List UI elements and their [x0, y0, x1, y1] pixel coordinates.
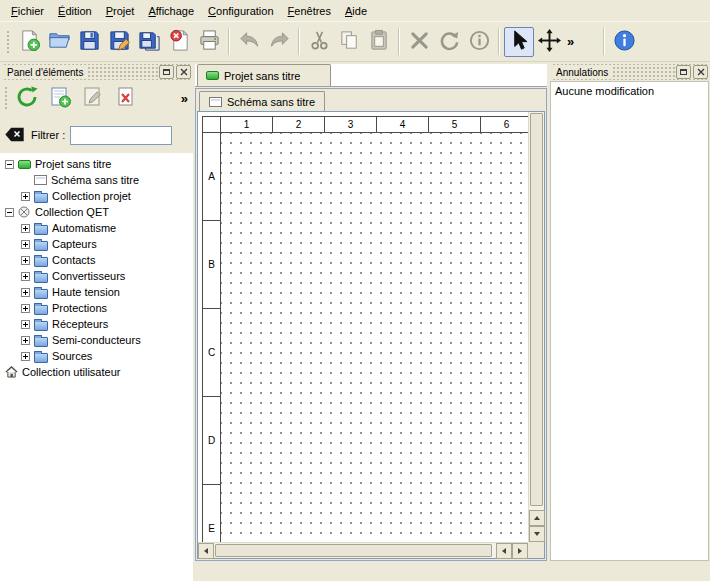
- tree-item-collection-projet[interactable]: Collection projet: [0, 188, 193, 204]
- save-all-button[interactable]: [134, 27, 164, 57]
- menu-item-configuration[interactable]: Configuration: [201, 1, 280, 21]
- tree-item-projet-sans-titre[interactable]: Projet sans titre: [0, 156, 193, 172]
- scroll-up-button[interactable]: [529, 510, 545, 526]
- tree-item-collection-utilisateur[interactable]: Collection utilisateur: [0, 364, 193, 380]
- tree-item-protections[interactable]: Protections: [0, 300, 193, 316]
- about-button[interactable]: [609, 27, 639, 57]
- horizontal-scrollbar-thumb[interactable]: [215, 544, 492, 557]
- tree-item-haute-tension[interactable]: Haute tension: [0, 284, 193, 300]
- element-info-icon: [468, 29, 491, 54]
- new-element-button[interactable]: [45, 83, 75, 113]
- expand-expander-icon[interactable]: [21, 240, 30, 249]
- float-dock-button[interactable]: [676, 65, 691, 79]
- tree-item-label: Schéma sans titre: [51, 174, 139, 186]
- tree-item-sources[interactable]: Sources: [0, 348, 193, 364]
- expand-expander-icon[interactable]: [21, 192, 30, 201]
- tree-item-capteurs[interactable]: Capteurs: [0, 236, 193, 252]
- expand-expander-icon[interactable]: [21, 352, 30, 361]
- paste-button[interactable]: [364, 27, 394, 57]
- delete-element-button[interactable]: [111, 83, 141, 113]
- tree-item-convertisseurs[interactable]: Convertisseurs: [0, 268, 193, 284]
- save-button[interactable]: [74, 27, 104, 57]
- diagram-canvas[interactable]: [221, 133, 528, 542]
- print-button[interactable]: [194, 27, 224, 57]
- reload-collections-button[interactable]: [12, 83, 42, 113]
- tree-item-semi-conducteurs[interactable]: Semi-conducteurs: [0, 332, 193, 348]
- menu-item-affichage[interactable]: Affichage: [141, 1, 201, 21]
- expand-expander-icon[interactable]: [21, 256, 30, 265]
- toolbar-overflow-button[interactable]: »: [564, 34, 577, 49]
- menu-item-fenetres[interactable]: Fenêtres: [281, 1, 338, 21]
- tab-schema-sans-titre[interactable]: Schéma sans titre: [199, 91, 325, 111]
- tree-item-recepteurs[interactable]: Récepteurs: [0, 316, 193, 332]
- vertical-scrollbar-thumb[interactable]: [530, 113, 543, 506]
- collapse-expander-icon[interactable]: [5, 208, 14, 217]
- open-project-button[interactable]: [44, 27, 74, 57]
- reload-collections-icon: [15, 85, 39, 111]
- tree-item-label: Convertisseurs: [52, 270, 125, 282]
- diagram-scroll-area: 1 2 3 4 5 6 A B C D: [197, 111, 545, 559]
- expand-expander-icon[interactable]: [21, 288, 30, 297]
- cut-button[interactable]: [304, 27, 334, 57]
- scroll-left-button[interactable]: [496, 543, 512, 559]
- arrow-left-icon: [204, 548, 208, 554]
- menu-item-projet[interactable]: Projet: [99, 1, 142, 21]
- expand-expander-icon[interactable]: [21, 272, 30, 281]
- undo-button[interactable]: [234, 27, 264, 57]
- tree-item-automatisme[interactable]: Automatisme: [0, 220, 193, 236]
- copy-button[interactable]: [334, 27, 364, 57]
- edit-element-button[interactable]: [78, 83, 108, 113]
- undo-dock-titlebar[interactable]: Annulations: [551, 64, 708, 80]
- panel-toolbar-overflow-button[interactable]: »: [178, 91, 191, 106]
- pan-mode-button[interactable]: [534, 27, 564, 57]
- scroll-left-button[interactable]: [198, 543, 214, 559]
- toolbar-separator: [603, 28, 605, 55]
- element-info-button[interactable]: [464, 27, 494, 57]
- expand-expander-icon[interactable]: [21, 224, 30, 233]
- arrow-up-icon: [534, 516, 540, 520]
- close-dock-button[interactable]: [693, 65, 708, 79]
- home-icon: [5, 366, 18, 378]
- delete-selection-button[interactable]: [404, 27, 434, 57]
- column-header: 2: [273, 117, 325, 133]
- close-file-button[interactable]: [164, 27, 194, 57]
- menu-item-edition[interactable]: Édition: [51, 1, 99, 21]
- elements-panel-titlebar[interactable]: Panel d'éléments: [2, 64, 191, 80]
- new-document-button[interactable]: [14, 27, 44, 57]
- collapse-expander-icon[interactable]: [5, 160, 14, 169]
- folder-icon: [34, 273, 48, 283]
- expand-expander-icon[interactable]: [21, 320, 30, 329]
- diagram-sheet[interactable]: 1 2 3 4 5 6 A B C D: [202, 116, 528, 542]
- scroll-down-button[interactable]: [529, 526, 545, 542]
- elements-panel-title: Panel d'éléments: [2, 67, 88, 78]
- filter-input[interactable]: [70, 126, 172, 145]
- folder-icon: [34, 353, 48, 363]
- tab-projet-sans-titre[interactable]: Projet sans titre: [197, 64, 331, 86]
- delete-selection-icon: [408, 29, 431, 54]
- float-dock-button[interactable]: [159, 65, 174, 79]
- vertical-scrollbar[interactable]: [528, 112, 544, 542]
- horizontal-scrollbar[interactable]: [198, 542, 528, 558]
- scroll-right-button[interactable]: [512, 543, 528, 559]
- redo-button[interactable]: [264, 27, 294, 57]
- rotate-button[interactable]: [434, 27, 464, 57]
- menu-bar: Fichier Édition Projet Affichage Configu…: [0, 0, 710, 22]
- toolbar-grip[interactable]: [3, 85, 9, 111]
- menu-item-fichier[interactable]: Fichier: [4, 1, 51, 21]
- selection-mode-button[interactable]: [504, 27, 534, 57]
- arrow-left-icon: [502, 548, 506, 554]
- tree-item-contacts[interactable]: Contacts: [0, 252, 193, 268]
- tree-item-label: Protections: [52, 302, 107, 314]
- project-tab-bar: Projet sans titre: [195, 64, 547, 87]
- tree-item-collection-qet[interactable]: Collection QET: [0, 204, 193, 220]
- undo-history-list[interactable]: Aucune modification: [550, 81, 709, 561]
- expand-expander-icon[interactable]: [21, 336, 30, 345]
- menu-item-aide[interactable]: Aide: [338, 1, 374, 21]
- expand-expander-icon[interactable]: [21, 304, 30, 313]
- tree-item-schema-sans-titre[interactable]: Schéma sans titre: [0, 172, 193, 188]
- folder-icon: [34, 289, 48, 299]
- toolbar-grip[interactable]: [5, 29, 11, 55]
- save-as-button[interactable]: [104, 27, 134, 57]
- clear-filter-button[interactable]: [4, 127, 26, 143]
- close-dock-button[interactable]: [176, 65, 191, 79]
